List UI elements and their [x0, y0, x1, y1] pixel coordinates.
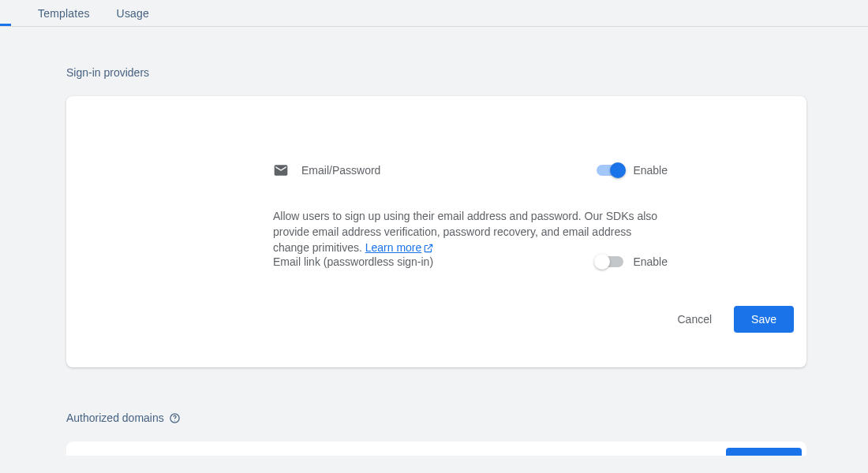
signin-providers-card: Email/Password Enable Allow users to sig…	[66, 96, 806, 367]
tab-usage[interactable]: Usage	[106, 1, 160, 26]
provider-actions: Cancel Save	[273, 306, 794, 333]
authorized-domains-card	[66, 441, 806, 456]
learn-more-text: Learn more	[365, 240, 422, 255]
provider-description: Allow users to sign up using their email…	[273, 208, 668, 255]
email-password-enable-label: Enable	[633, 164, 668, 177]
provider-email-password-row: Email/Password Enable	[273, 162, 668, 178]
tab-sign-in-method[interactable]: od	[0, 1, 11, 26]
provider-email-link-row: Email link (passwordless sign-in) Enable	[273, 255, 668, 268]
save-button[interactable]: Save	[734, 306, 794, 333]
signin-providers-heading: Sign-in providers	[66, 66, 868, 79]
cancel-button[interactable]: Cancel	[674, 307, 715, 332]
provider-email-link-label: Email link (passwordless sign-in)	[273, 255, 433, 268]
email-icon	[273, 162, 289, 178]
email-password-enable-toggle[interactable]	[597, 165, 623, 176]
help-icon[interactable]	[169, 412, 181, 424]
authorized-domains-heading: Authorized domains	[66, 412, 868, 424]
provider-description-text: Allow users to sign up using their email…	[273, 210, 657, 254]
email-link-enable-label: Enable	[633, 255, 668, 268]
authorized-domains-title: Authorized domains	[66, 412, 164, 424]
add-domain-button[interactable]	[726, 448, 802, 456]
provider-email-password-label: Email/Password	[301, 164, 380, 177]
page-content: Sign-in providers Email/Password Enable	[0, 27, 868, 456]
svg-point-1	[174, 420, 175, 421]
open-in-new-icon	[423, 242, 434, 253]
tabs-bar: od Templates Usage	[0, 0, 868, 27]
tab-templates[interactable]: Templates	[27, 1, 101, 26]
learn-more-link[interactable]: Learn more	[365, 240, 435, 255]
email-link-enable-toggle[interactable]	[597, 256, 623, 267]
